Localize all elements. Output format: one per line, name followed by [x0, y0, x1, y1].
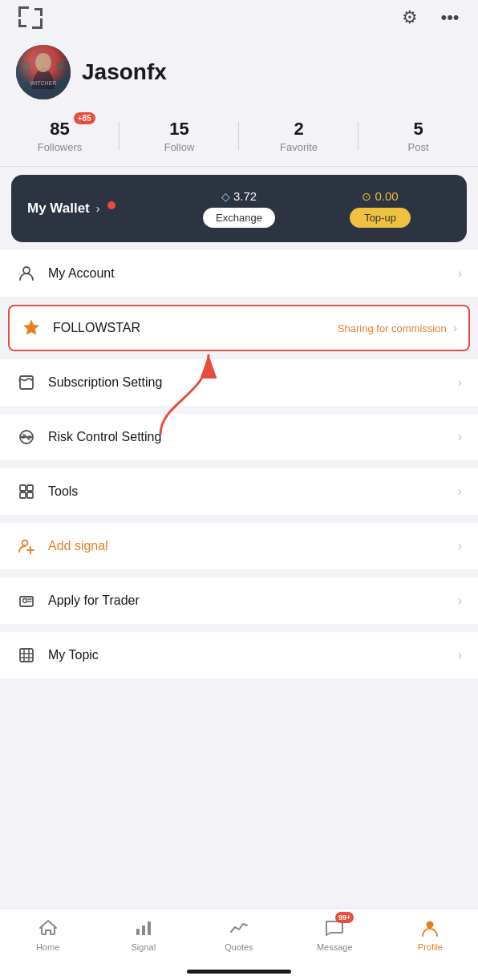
- favorite-label: Favorite: [280, 141, 318, 153]
- stats-row: 85 +85 Followers 15 Follow 2 Favorite 5 …: [0, 112, 478, 167]
- apply-trader-icon: [16, 590, 37, 611]
- quotes-icon: [228, 917, 250, 939]
- coin-icon: ⊙: [362, 190, 371, 203]
- nav-home[interactable]: Home: [0, 917, 95, 952]
- risk-control-chevron-icon: ›: [458, 430, 462, 444]
- my-topic-item[interactable]: My Topic ›: [0, 632, 478, 678]
- home-indicator: [187, 970, 291, 974]
- apply-trader-item[interactable]: Apply for Trader ›: [0, 577, 478, 624]
- add-signal-chevron-icon: ›: [458, 539, 462, 553]
- coin-balance: ⊙ 0.00: [362, 189, 398, 203]
- home-icon: [37, 917, 59, 939]
- add-signal-item[interactable]: Add signal ›: [0, 523, 478, 569]
- svg-point-29: [427, 921, 434, 929]
- post-stat[interactable]: 5 Post: [358, 119, 478, 153]
- subscription-chevron-icon: ›: [458, 375, 462, 390]
- quotes-nav-label: Quotes: [225, 942, 253, 952]
- svg-rect-0: [16, 45, 71, 99]
- favorite-count: 2: [294, 119, 303, 140]
- svg-rect-21: [20, 649, 33, 662]
- my-topic-section: My Topic ›: [0, 632, 478, 678]
- nav-profile[interactable]: Profile: [383, 917, 478, 952]
- wallet-card[interactable]: My Wallet › ◇ 3.72 Exchange ⊙ 0.00 Top-u…: [11, 175, 467, 242]
- avatar[interactable]: WITCHER: [16, 45, 71, 99]
- tools-icon: [16, 481, 37, 502]
- svg-point-18: [23, 599, 27, 603]
- subscription-item[interactable]: Subscription Setting ›: [0, 359, 478, 406]
- subscription-icon: [16, 372, 37, 393]
- message-badge: 99+: [335, 912, 354, 923]
- svg-rect-13: [27, 492, 33, 498]
- add-signal-section: Add signal ›: [0, 523, 478, 569]
- nav-quotes[interactable]: Quotes: [191, 917, 286, 952]
- svg-point-3: [23, 267, 30, 273]
- subscription-section: Subscription Setting ›: [0, 359, 478, 406]
- scan-icon[interactable]: [16, 3, 45, 32]
- followers-label: Followers: [38, 141, 83, 153]
- followers-stat[interactable]: 85 +85 Followers: [0, 119, 120, 153]
- my-topic-chevron-icon: ›: [458, 648, 462, 662]
- followers-count: 85 +85: [50, 119, 69, 140]
- svg-point-1: [35, 53, 51, 72]
- add-signal-icon: [16, 536, 37, 557]
- follow-stat[interactable]: 15 Follow: [120, 119, 239, 153]
- risk-control-label: Risk Control Setting: [48, 430, 458, 444]
- my-account-item[interactable]: My Account ›: [0, 250, 478, 297]
- tools-section: Tools ›: [0, 468, 478, 515]
- username: Jasonfx: [82, 59, 167, 85]
- tools-item[interactable]: Tools ›: [0, 468, 478, 515]
- nav-message[interactable]: 99+ Message: [287, 917, 383, 952]
- favorite-stat[interactable]: 2 Favorite: [239, 119, 358, 153]
- apply-trader-label: Apply for Trader: [48, 593, 458, 608]
- subscription-label: Subscription Setting: [48, 375, 458, 390]
- person-icon: [16, 263, 37, 284]
- wallet-notification-dot: [107, 201, 115, 209]
- home-nav-label: Home: [36, 942, 59, 952]
- status-bar: ⚙ •••: [0, 0, 478, 35]
- follow-label: Follow: [164, 141, 195, 153]
- tools-label: Tools: [48, 484, 458, 499]
- star-icon: [21, 318, 42, 338]
- svg-rect-10: [20, 485, 26, 491]
- more-options-icon[interactable]: •••: [438, 6, 462, 30]
- risk-control-section: Risk Control Setting ›: [0, 414, 478, 460]
- exchange-button[interactable]: Exchange: [203, 208, 275, 228]
- profile-header: WITCHER Jasonfx: [0, 35, 478, 112]
- nav-signal[interactable]: Signal: [95, 917, 191, 952]
- post-label: Post: [407, 141, 428, 153]
- diamond-icon: ◇: [221, 190, 230, 203]
- risk-control-item[interactable]: Risk Control Setting ›: [0, 414, 478, 460]
- add-signal-label: Add signal: [48, 539, 458, 553]
- my-account-chevron-icon: ›: [458, 266, 462, 281]
- apply-trader-section: Apply for Trader ›: [0, 577, 478, 624]
- tools-chevron-icon: ›: [458, 484, 462, 499]
- followstar-chevron-icon: ›: [453, 321, 457, 335]
- wallet-arrow-icon: ›: [96, 202, 100, 215]
- topup-button[interactable]: Top-up: [350, 208, 411, 228]
- svg-text:WITCHER: WITCHER: [30, 80, 57, 86]
- follow-count: 15: [169, 119, 188, 140]
- signal-icon: [132, 917, 155, 939]
- message-nav-label: Message: [317, 942, 353, 952]
- gear-icon[interactable]: ⚙: [398, 6, 422, 30]
- svg-rect-11: [27, 485, 33, 491]
- svg-point-9: [28, 435, 31, 439]
- profile-nav-icon: [419, 917, 441, 939]
- message-icon: 99+: [323, 917, 346, 939]
- profile-nav-label: Profile: [418, 942, 443, 952]
- followstar-item[interactable]: FOLLOWSTAR Sharing for commission ›: [8, 305, 470, 351]
- followstar-commission-label: Sharing for commission: [338, 322, 447, 334]
- svg-point-14: [22, 541, 28, 546]
- svg-rect-12: [20, 492, 26, 498]
- post-count: 5: [413, 119, 423, 140]
- diamond-balance: ◇ 3.72: [221, 189, 257, 203]
- wallet-label: My Wallet: [27, 200, 90, 217]
- hash-icon: [16, 645, 37, 666]
- signal-nav-label: Signal: [132, 942, 156, 952]
- followstar-label: FOLLOWSTAR: [53, 321, 338, 335]
- svg-rect-27: [142, 925, 145, 935]
- svg-rect-26: [136, 929, 140, 935]
- svg-rect-28: [148, 921, 151, 935]
- my-account-section: My Account ›: [0, 250, 478, 297]
- apply-trader-chevron-icon: ›: [458, 593, 462, 608]
